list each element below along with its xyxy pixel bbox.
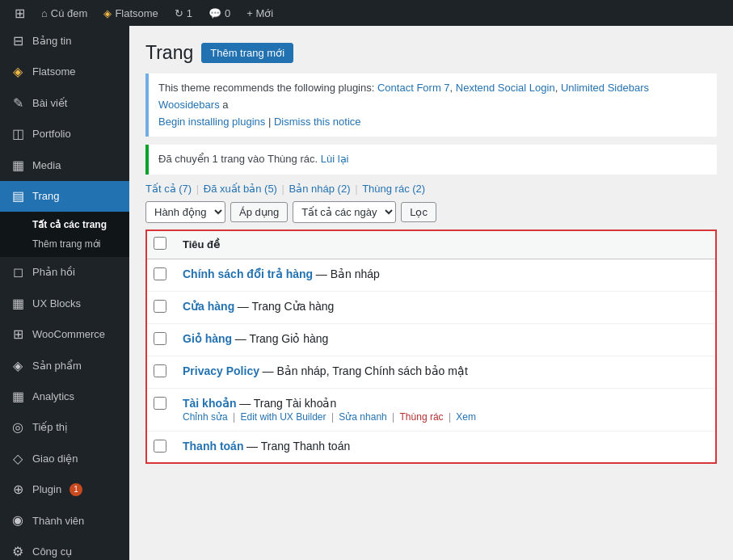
sidebar-item-thanh-vien[interactable]: ◉ Thành viên	[0, 505, 129, 536]
pages-table-body: Chính sách đổi trả hàng — Bản nháp Cửa h…	[145, 259, 717, 464]
sidebar-item-san-pham[interactable]: ◈ Sản phẩm	[0, 351, 129, 381]
sidebar-item-label: Bài viết	[32, 96, 67, 111]
page-title-link[interactable]: Cửa hàng	[183, 300, 234, 313]
sidebar-item-label: Bảng tin	[32, 34, 71, 48]
sidebar-item-tat-ca-cac-trang[interactable]: Tất cả các trang	[0, 215, 129, 234]
undo-link[interactable]: Lùi lại	[321, 153, 349, 165]
sidebar: ⊟ Bảng tin ◈ Flatsome ✎ Bài viết ◫ Portf…	[0, 26, 129, 560]
view-action-link[interactable]: Xem	[456, 411, 476, 423]
comments-count: 0	[225, 7, 230, 19]
comments-nav-icon: ◻	[10, 263, 26, 281]
filter-draft[interactable]: Bản nháp (2)	[289, 183, 351, 195]
add-new-page-button[interactable]: Thêm trang mới	[201, 43, 293, 63]
sidebar-item-woocommerce[interactable]: ⊞ WooCommerce	[0, 319, 129, 350]
woo-icon: ⊞	[10, 326, 26, 343]
new-label: + Mới	[246, 7, 273, 19]
users-icon: ◉	[10, 512, 26, 529]
sidebar-item-label: Công cụ	[32, 545, 72, 559]
row-actions: Chỉnh sửa | Edit with UX Builder | Sửa n…	[183, 411, 709, 423]
filter-tabs: Tất cả (7) | Đã xuất bản (5) | Bản nháp …	[145, 183, 717, 195]
row-checkbox-cell	[145, 389, 175, 432]
main-content: Trang Thêm trang mới This theme recommen…	[129, 26, 733, 560]
sidebar-item-ux-blocks[interactable]: ▦ UX Blocks	[0, 288, 129, 319]
date-filter-select[interactable]: Tất cả các ngày	[293, 201, 396, 223]
sidebar-item-label: UX Blocks	[32, 297, 81, 311]
begin-installing-link[interactable]: Begin installing plugins	[158, 116, 265, 128]
page-status: — Trang Tài khoản	[239, 397, 336, 410]
page-status: — Bản nháp, Trang Chính sách bảo mật	[263, 364, 468, 377]
filter-trash[interactable]: Thùng rác (2)	[362, 183, 425, 195]
pages-table: Tiêu đề Chính sách đổi trả hàng — Bản nh…	[145, 229, 717, 464]
wp-logo-button[interactable]: ⊞	[8, 0, 32, 26]
bulk-action-toolbar: Hành động Sửa Xoá Áp dụng Tất cả các ngà…	[145, 201, 717, 223]
sidebar-item-flatsome[interactable]: ◈ Flatsome	[0, 57, 129, 87]
bulk-action-select[interactable]: Hành động Sửa Xoá	[145, 201, 225, 223]
select-all-checkbox[interactable]	[154, 237, 166, 250]
row-title-cell: Privacy Policy — Bản nháp, Trang Chính s…	[175, 356, 717, 389]
quick-edit-action-link[interactable]: Sửa nhanh	[339, 411, 386, 423]
table-row: Giỏ hàng — Trang Giỏ hàng	[145, 324, 717, 356]
tools-icon: ⚙	[10, 543, 26, 560]
plugin-notice: This theme recommends the following plug…	[145, 74, 717, 137]
page-title-link[interactable]: Giỏ hàng	[183, 332, 232, 345]
row-checkbox[interactable]	[154, 397, 166, 410]
apply-button[interactable]: Áp dụng	[230, 202, 288, 222]
site-name-label: Cú đem	[51, 7, 88, 19]
sidebar-item-analytics[interactable]: ▦ Analytics	[0, 381, 129, 412]
sidebar-item-plugin[interactable]: ⊕ Plugin 1	[0, 474, 129, 505]
updates-icon: ↻	[175, 7, 183, 19]
portfolio-icon: ◫	[10, 125, 26, 143]
nextend-link[interactable]: Nextend Social Login	[456, 82, 555, 94]
edit-action-link[interactable]: Chỉnh sửa	[183, 411, 228, 423]
page-title-link[interactable]: Privacy Policy	[183, 364, 259, 377]
contact-form-link[interactable]: Contact Form 7	[377, 82, 450, 94]
sidebar-item-label: Sản phẩm	[32, 359, 82, 373]
row-checkbox[interactable]	[154, 332, 166, 345]
sidebar-item-label: Trang	[32, 189, 59, 204]
updates-button[interactable]: ↻ 1	[168, 0, 199, 26]
sidebar-item-tiep-thi[interactable]: ◎ Tiếp thị	[0, 412, 129, 443]
row-checkbox[interactable]	[154, 440, 166, 453]
sidebar-item-bai-viet[interactable]: ✎ Bài viết	[0, 88, 129, 119]
notice-text: This theme recommends the following plug…	[158, 82, 377, 94]
page-title-link[interactable]: Chính sách đổi trả hàng	[183, 267, 313, 280]
dismiss-notice-link[interactable]: Dismiss this notice	[274, 116, 361, 128]
flatsome-icon: ◈	[103, 7, 112, 19]
sidebar-item-cong-cu[interactable]: ⚙ Công cụ	[0, 537, 129, 560]
theme-name-label: Flatsome	[115, 7, 158, 19]
sidebar-item-phan-hoi[interactable]: ◻ Phản hồi	[0, 257, 129, 288]
page-title: Trang	[145, 42, 193, 64]
ux-builder-action-link[interactable]: Edit with UX Builder	[241, 411, 326, 423]
page-title-link[interactable]: Tài khoản	[183, 397, 237, 410]
row-checkbox[interactable]	[154, 364, 166, 377]
sidebar-item-trang[interactable]: ▤ Trang	[0, 181, 129, 212]
page-status: — Trang Giỏ hàng	[235, 332, 329, 345]
admin-bar: ⊞ ⌂ Cú đem ◈ Flatsome ↻ 1 💬 0 + Mới	[0, 0, 733, 26]
sidebar-item-portfolio[interactable]: ◫ Portfolio	[0, 119, 129, 149]
sidebar-item-label: Phản hồi	[32, 265, 75, 280]
row-checkbox[interactable]	[154, 267, 166, 280]
trash-notice: Đã chuyển 1 trang vào Thùng rác. Lùi lại	[145, 145, 717, 175]
theme-button[interactable]: ◈ Flatsome	[97, 0, 164, 26]
sidebar-item-bang-tin[interactable]: ⊟ Bảng tin	[0, 26, 129, 57]
filter-all[interactable]: Tất cả (7)	[145, 183, 192, 195]
trash-action-link[interactable]: Thùng rác	[400, 411, 444, 423]
sidebar-item-them-trang-moi[interactable]: Thêm trang mới	[0, 234, 129, 254]
ux-blocks-icon: ▦	[10, 295, 26, 313]
row-checkbox[interactable]	[154, 300, 166, 313]
add-page-label: Thêm trang mới	[32, 238, 100, 250]
filter-published[interactable]: Đã xuất bản (5)	[204, 183, 277, 195]
comments-button[interactable]: 💬 0	[202, 0, 237, 26]
main-layout: ⊟ Bảng tin ◈ Flatsome ✎ Bài viết ◫ Portf…	[0, 26, 733, 560]
filter-button[interactable]: Lọc	[401, 202, 436, 222]
site-name-button[interactable]: ⌂ Cú đem	[35, 0, 94, 26]
table-row: Privacy Policy — Bản nháp, Trang Chính s…	[145, 356, 717, 389]
row-checkbox-cell	[145, 432, 175, 464]
row-title-cell: Cửa hàng — Trang Cửa hàng	[175, 292, 717, 324]
page-title-link[interactable]: Thanh toán	[183, 440, 243, 453]
sidebar-item-giao-dien[interactable]: ◇ Giao diện	[0, 444, 129, 474]
dashboard-icon: ⊟	[10, 32, 26, 50]
sidebar-item-media[interactable]: ▦ Media	[0, 150, 129, 181]
new-button[interactable]: + Mới	[240, 0, 280, 26]
page-status: — Trang Thanh toán	[246, 440, 350, 453]
